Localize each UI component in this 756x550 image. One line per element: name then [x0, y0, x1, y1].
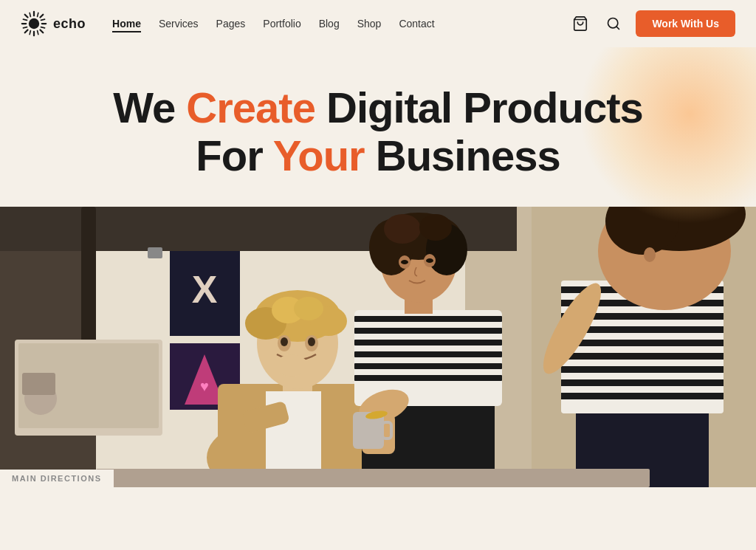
svg-rect-86: [561, 366, 724, 373]
navbar: echo Home Services Pages Portfolio Blog …: [0, 0, 756, 47]
svg-text:X: X: [192, 268, 218, 311]
nav-item-portfolio[interactable]: Portfolio: [263, 17, 300, 30]
svg-point-75: [426, 258, 433, 263]
nav-item-shop[interactable]: Shop: [357, 17, 382, 30]
svg-rect-59: [354, 375, 502, 381]
navbar-left: echo Home Services Pages Portfolio Blog …: [21, 10, 435, 37]
svg-line-15: [30, 30, 30, 34]
svg-point-0: [29, 18, 39, 29]
svg-point-50: [275, 354, 308, 377]
hero-headline: We Create Digital Products For Your Busi…: [0, 62, 756, 207]
svg-rect-29: [22, 373, 55, 395]
nav-link-portfolio[interactable]: Portfolio: [263, 18, 300, 30]
svg-line-8: [25, 30, 28, 32]
svg-point-74: [401, 260, 408, 264]
svg-rect-35: [148, 247, 162, 258]
nav-link-home[interactable]: Home: [112, 18, 141, 32]
section-label: MAIN DIRECTIONS: [0, 470, 114, 487]
svg-rect-87: [561, 379, 724, 386]
svg-line-13: [23, 27, 27, 28]
svg-point-70: [384, 214, 421, 244]
logo-text: echo: [53, 16, 86, 32]
svg-line-11: [23, 19, 27, 20]
navbar-right: Work With Us: [569, 10, 735, 37]
svg-point-49: [308, 337, 315, 346]
nav-item-services[interactable]: Services: [159, 17, 199, 30]
hero-scene-svg: X ♥: [0, 207, 756, 487]
svg-line-16: [38, 13, 38, 16]
nav-links: Home Services Pages Portfolio Blog Shop …: [112, 17, 435, 30]
svg-line-7: [40, 15, 43, 18]
nav-item-pages[interactable]: Pages: [216, 17, 246, 30]
work-with-us-button[interactable]: Work With Us: [636, 10, 735, 37]
hero-image: X ♥: [0, 207, 756, 487]
svg-rect-55: [354, 328, 502, 334]
svg-line-19: [616, 27, 619, 30]
hero-line2-part1: For: [196, 131, 273, 179]
svg-rect-58: [354, 363, 502, 369]
svg-line-12: [41, 27, 44, 28]
hero-line1: We Create Digital Products: [113, 83, 642, 131]
svg-rect-54: [354, 316, 502, 322]
hero-title: We Create Digital Products For Your Busi…: [15, 84, 741, 180]
svg-line-6: [40, 30, 43, 32]
hero-line1-part1: We: [113, 83, 186, 131]
hero-line1-accent: Create: [186, 83, 315, 131]
svg-rect-53: [354, 310, 502, 406]
svg-rect-84: [561, 340, 724, 346]
svg-rect-85: [561, 353, 724, 360]
nav-item-home[interactable]: Home: [112, 17, 141, 30]
svg-line-14: [41, 19, 44, 20]
hero-line2: For Your Business: [196, 131, 560, 179]
search-button[interactable]: [603, 13, 624, 34]
nav-link-blog[interactable]: Blog: [319, 18, 340, 30]
cart-icon: [572, 16, 588, 32]
hero-line2-accent: Your: [273, 131, 365, 179]
svg-point-71: [419, 214, 452, 241]
svg-line-9: [30, 13, 30, 16]
svg-line-5: [25, 15, 28, 18]
hero-line1-part2: Digital Products: [315, 83, 643, 131]
nav-link-services[interactable]: Services: [159, 18, 199, 30]
svg-rect-56: [354, 340, 502, 346]
svg-rect-88: [561, 393, 724, 399]
search-icon: [606, 16, 621, 31]
svg-point-48: [281, 337, 288, 346]
svg-line-10: [38, 30, 38, 34]
svg-text:♥: ♥: [200, 378, 209, 394]
nav-link-contact[interactable]: Contact: [399, 18, 434, 30]
svg-point-45: [294, 297, 323, 320]
nav-item-contact[interactable]: Contact: [399, 17, 434, 30]
nav-item-blog[interactable]: Blog: [319, 17, 340, 30]
nav-link-shop[interactable]: Shop: [357, 18, 382, 30]
cart-button[interactable]: [569, 13, 591, 35]
logo[interactable]: echo: [21, 10, 86, 37]
hero-line2-part2: Business: [365, 131, 560, 179]
svg-point-95: [644, 247, 656, 262]
nav-link-pages[interactable]: Pages: [216, 18, 246, 30]
svg-rect-96: [96, 469, 650, 487]
hero-section: We Create Digital Products For Your Busi…: [0, 47, 756, 487]
svg-rect-57: [354, 351, 502, 357]
logo-icon: [21, 10, 47, 37]
